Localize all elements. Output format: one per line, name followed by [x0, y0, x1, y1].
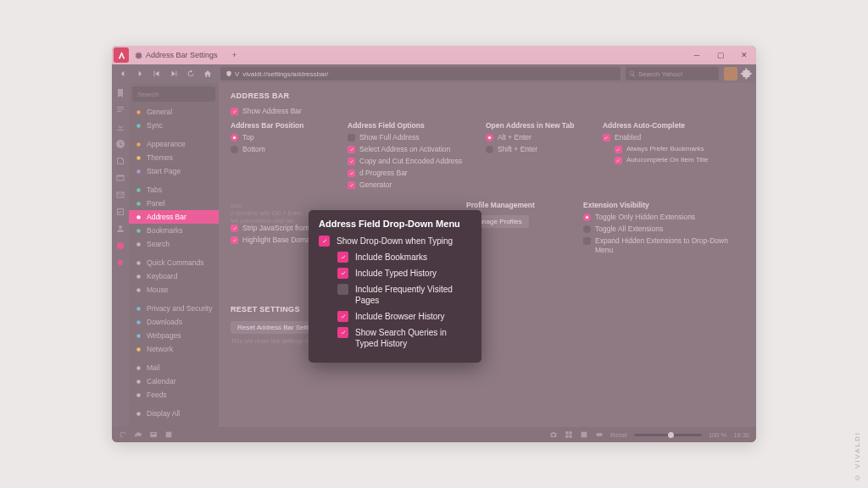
- home-button[interactable]: [200, 66, 215, 81]
- vivaldi-logo[interactable]: [114, 47, 129, 63]
- history-panel-icon[interactable]: [115, 137, 125, 147]
- field-opt-checkbox[interactable]: Copy and Cut Encoded Address: [348, 157, 462, 166]
- sidebar-item[interactable]: Appearance: [129, 137, 219, 151]
- sidebar-item[interactable]: Themes: [129, 151, 219, 164]
- sidebar-item[interactable]: Mail: [129, 361, 219, 374]
- sidebar-item[interactable]: Calendar: [129, 374, 219, 388]
- svg-point-17: [136, 320, 141, 324]
- svg-point-0: [119, 225, 122, 229]
- new-tab-button[interactable]: +: [228, 48, 242, 62]
- tasks-panel-icon[interactable]: [115, 205, 125, 215]
- sidebar-item[interactable]: Feeds: [129, 388, 219, 402]
- close-button[interactable]: ✕: [732, 46, 756, 64]
- svg-point-1: [117, 242, 124, 249]
- sidebar-item[interactable]: Webpages: [129, 329, 219, 342]
- svg-point-4: [136, 124, 141, 128]
- field-opt-checkbox[interactable]: Show Full Address: [348, 133, 462, 142]
- capture-icon[interactable]: [549, 430, 558, 439]
- sidebar-item[interactable]: Display All: [129, 407, 219, 420]
- sidebar-item[interactable]: Keyboard: [129, 269, 219, 283]
- zoom-slider[interactable]: [634, 434, 702, 436]
- back-button[interactable]: [115, 66, 131, 81]
- search-icon: [629, 70, 636, 77]
- sidebar-item[interactable]: Search: [129, 237, 219, 251]
- svg-point-6: [136, 156, 141, 160]
- sidebar-item[interactable]: Sync: [129, 119, 219, 132]
- tiling-icon[interactable]: [565, 430, 573, 439]
- downloads-panel-icon[interactable]: [115, 120, 125, 130]
- sidebar-item[interactable]: Downloads: [129, 315, 219, 329]
- sidebar-item[interactable]: Privacy and Security: [129, 302, 219, 315]
- zoom-level: 100 %: [709, 431, 726, 439]
- ext-only-radio[interactable]: Toggle Only Hidden Extensions: [583, 213, 744, 222]
- zoom-reset[interactable]: Reset: [610, 431, 627, 439]
- reading-list-icon[interactable]: [115, 103, 125, 114]
- tab-title[interactable]: Address Bar Settings: [146, 51, 218, 59]
- ext-expand-checkbox[interactable]: Expand Hidden Extensions to Drop-Down Me…: [583, 236, 744, 255]
- address-field[interactable]: V vivaldi://settings/addressbar/: [220, 67, 620, 80]
- rewind-button[interactable]: [149, 66, 164, 81]
- sidebar-item[interactable]: Tabs: [129, 183, 219, 197]
- svg-point-2: [118, 260, 123, 265]
- cloud-status-icon[interactable]: [134, 430, 142, 439]
- sidebar-item[interactable]: Bookmarks: [129, 224, 219, 237]
- sidebar-item[interactable]: Start Page: [129, 164, 219, 178]
- sidebar-item[interactable]: Address Bar: [129, 210, 219, 224]
- svg-rect-24: [597, 433, 604, 435]
- field-opt-checkbox[interactable]: Generator: [348, 180, 462, 190]
- images-icon[interactable]: [580, 430, 588, 439]
- show-address-bar-checkbox[interactable]: Show Address Bar: [231, 107, 744, 116]
- settings-sidebar: Search GeneralSyncAppearanceThemesStart …: [129, 83, 219, 427]
- shift-enter-radio[interactable]: Shift + Enter: [486, 145, 579, 154]
- svg-point-14: [136, 274, 141, 279]
- settings-content: ADDRESS BAR Show Address Bar Address Bar…: [219, 83, 756, 427]
- mail-panel-icon[interactable]: [115, 188, 125, 198]
- ext-all-radio[interactable]: Toggle All Extensions: [583, 225, 744, 234]
- minimize-button[interactable]: ─: [685, 46, 709, 64]
- ff-button[interactable]: [166, 66, 181, 81]
- bookmarks-panel-icon[interactable]: [115, 86, 125, 97]
- show-dropdown-checkbox[interactable]: Show Drop-Down when Typing: [319, 236, 471, 247]
- sidebar-item[interactable]: General: [129, 105, 219, 119]
- search-field[interactable]: Search Yahoo!: [626, 67, 719, 80]
- svg-point-3: [136, 110, 141, 114]
- svg-point-8: [136, 188, 141, 192]
- ac-item-checkbox[interactable]: Autocomplete On Item Title: [615, 156, 709, 164]
- position-bottom-radio[interactable]: Bottom: [231, 145, 324, 154]
- window-panel-icon[interactable]: [115, 171, 125, 181]
- sidebar-item[interactable]: Network: [129, 342, 219, 356]
- toggle-icon[interactable]: [595, 430, 604, 439]
- svg-point-11: [136, 229, 141, 233]
- calendar-panel-icon[interactable]: [115, 239, 125, 249]
- alt-enter-radio[interactable]: Alt + Enter: [486, 133, 579, 142]
- field-opt-checkbox[interactable]: d Progress Bar: [348, 169, 462, 178]
- reload-button[interactable]: [183, 66, 198, 81]
- popup-sub-checkbox[interactable]: Include Bookmarks: [337, 252, 471, 263]
- svg-point-12: [136, 242, 141, 247]
- sidebar-item[interactable]: Mouse: [129, 283, 219, 297]
- forward-button[interactable]: [132, 66, 147, 81]
- sidebar-item[interactable]: Panel: [129, 197, 219, 210]
- popup-sub-checkbox[interactable]: Show Search Queries in Typed History: [337, 327, 471, 349]
- mail-status-icon[interactable]: [149, 430, 158, 439]
- field-opt-checkbox[interactable]: Select Address on Activation: [348, 145, 462, 154]
- contacts-panel-icon[interactable]: [115, 222, 125, 232]
- extensions-icon[interactable]: [741, 68, 753, 80]
- sidebar-search[interactable]: Search: [132, 86, 215, 102]
- block-status-icon[interactable]: [164, 430, 173, 439]
- sync-status-icon[interactable]: [119, 430, 127, 439]
- popup-sub-checkbox[interactable]: Include Frequently Visited Pages: [337, 284, 471, 306]
- ac-prefer-checkbox[interactable]: Always Prefer Bookmarks: [615, 145, 709, 153]
- position-top-radio[interactable]: Top: [231, 133, 324, 142]
- svg-point-19: [136, 347, 141, 352]
- profile-avatar[interactable]: [724, 67, 737, 80]
- svg-point-15: [136, 288, 141, 292]
- ac-enabled-checkbox[interactable]: Enabled: [603, 133, 709, 142]
- notes-panel-icon[interactable]: [115, 154, 125, 164]
- popup-sub-checkbox[interactable]: Include Typed History: [337, 268, 471, 279]
- svg-point-7: [136, 169, 141, 174]
- popup-sub-checkbox[interactable]: Include Browser History: [337, 311, 471, 322]
- feeds-panel-icon[interactable]: [115, 256, 125, 266]
- maximize-button[interactable]: ▢: [709, 46, 732, 64]
- sidebar-item[interactable]: Quick Commands: [129, 256, 219, 269]
